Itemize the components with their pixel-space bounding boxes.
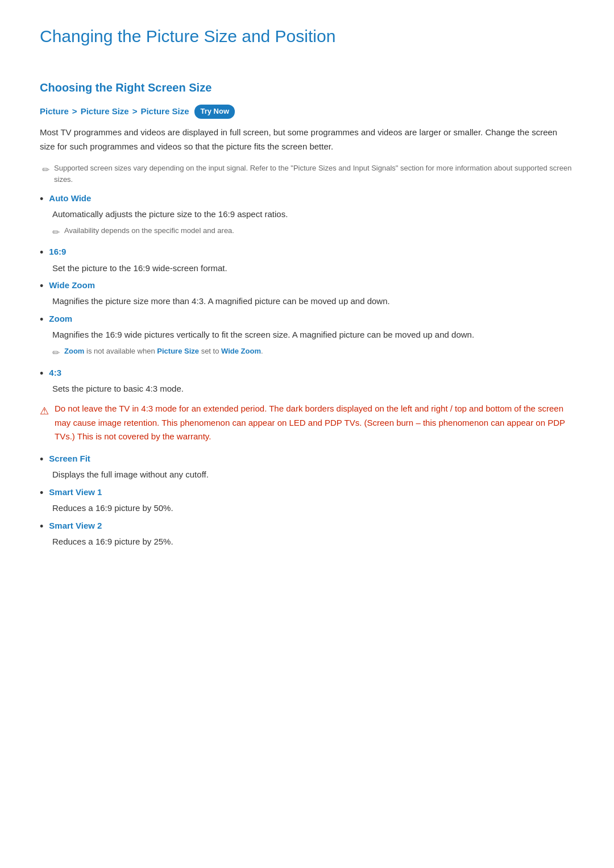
warning-text: Do not leave the TV in 4:3 mode for an e… — [55, 402, 574, 444]
bullet-dot-zoom: • — [40, 313, 43, 327]
bullet-desc-smart-view-1: Reduces a 16:9 picture by 50%. — [52, 501, 574, 516]
bullet-16-9: • 16:9 Set the picture to the 16:9 wide-… — [40, 245, 574, 275]
bullet-dot-wide-zoom: • — [40, 279, 43, 293]
bullet-label-auto-wide: Auto Wide — [49, 192, 91, 205]
note-icon-zoom: ✏ — [52, 346, 60, 360]
bullet-wide-zoom: • Wide Zoom Magnifies the picture size m… — [40, 279, 574, 309]
sub-note-zoom: ✏ Zoom is not available when Picture Siz… — [52, 346, 574, 360]
support-note-text: Supported screen sizes vary depending on… — [54, 163, 574, 185]
bullet-dot-4-3: • — [40, 367, 43, 381]
bullet-smart-view-1: • Smart View 1 Reduces a 16:9 picture by… — [40, 485, 574, 516]
bullet-label-smart-view-2: Smart View 2 — [49, 519, 102, 533]
zoom-note-between: set to — [199, 347, 221, 355]
picture-size-link: Picture Size — [157, 347, 199, 355]
breadcrumb-picture[interactable]: Picture — [40, 105, 69, 118]
bullet-desc-auto-wide: Automatically adjusts the picture size t… — [52, 207, 574, 222]
zoom-sub-note-text: Zoom is not available when Picture Size … — [64, 346, 263, 357]
bullet-label-4-3: 4:3 — [49, 366, 61, 380]
breadcrumb: Picture > Picture Size > Picture Size Tr… — [40, 105, 574, 119]
breadcrumb-picture-size-1[interactable]: Picture Size — [81, 105, 129, 118]
bullet-label-zoom: Zoom — [49, 312, 72, 326]
warning-block: ⚠ Do not leave the TV in 4:3 mode for an… — [40, 402, 574, 444]
bullet-label-16-9: 16:9 — [49, 245, 66, 259]
bullet-auto-wide: • Auto Wide Automatically adjusts the pi… — [40, 192, 574, 240]
sub-note-auto-wide-text: Availability depends on the specific mod… — [64, 225, 234, 236]
support-note: ✏ Supported screen sizes vary depending … — [42, 163, 574, 185]
breadcrumb-picture-size-2[interactable]: Picture Size — [140, 105, 189, 118]
bullet-desc-zoom: Magnifies the 16:9 wide pictures vertica… — [52, 328, 574, 342]
bullet-dot-smart-view-2: • — [40, 520, 43, 534]
bullet-4-3: • 4:3 Sets the picture to basic 4:3 mode… — [40, 366, 574, 396]
note-icon-support: ✏ — [42, 163, 49, 177]
section-title: Choosing the Right Screen Size — [40, 73, 574, 97]
warning-icon: ⚠ — [40, 403, 49, 420]
bullet-label-wide-zoom: Wide Zoom — [49, 279, 95, 292]
zoom-link: Zoom — [64, 347, 84, 355]
bullet-dot-16-9: • — [40, 246, 43, 260]
page-title: Changing the Picture Size and Position — [40, 23, 574, 56]
bullet-screen-fit: • Screen Fit Displays the full image wit… — [40, 452, 574, 482]
bullet-label-screen-fit: Screen Fit — [49, 452, 90, 466]
note-icon-auto-wide: ✏ — [52, 226, 60, 240]
bullet-desc-smart-view-2: Reduces a 16:9 picture by 25%. — [52, 535, 574, 549]
zoom-note-suffix: . — [261, 347, 263, 355]
zoom-note-middle: is not available when — [84, 347, 157, 355]
bullet-dot-screen-fit: • — [40, 452, 43, 467]
sub-note-auto-wide: ✏ Availability depends on the specific m… — [52, 225, 574, 240]
bullet-desc-16-9: Set the picture to the 16:9 wide-screen … — [52, 261, 574, 276]
bullet-smart-view-2: • Smart View 2 Reduces a 16:9 picture by… — [40, 519, 574, 549]
bullet-dot-smart-view-1: • — [40, 486, 43, 500]
bullet-dot-auto-wide: • — [40, 192, 43, 206]
bullet-desc-4-3: Sets the picture to basic 4:3 mode. — [52, 382, 574, 396]
bullet-desc-screen-fit: Displays the full image without any cuto… — [52, 468, 574, 482]
bullet-label-smart-view-1: Smart View 1 — [49, 485, 102, 499]
try-now-badge[interactable]: Try Now — [194, 105, 235, 119]
bullet-desc-wide-zoom: Magnifies the picture size more than 4:3… — [52, 294, 574, 309]
breadcrumb-sep-1: > — [72, 105, 77, 118]
wide-zoom-link: Wide Zoom — [221, 347, 261, 355]
bullet-zoom: • Zoom Magnifies the 16:9 wide pictures … — [40, 312, 574, 360]
breadcrumb-sep-2: > — [132, 105, 138, 118]
intro-paragraph: Most TV programmes and videos are displa… — [40, 126, 574, 154]
